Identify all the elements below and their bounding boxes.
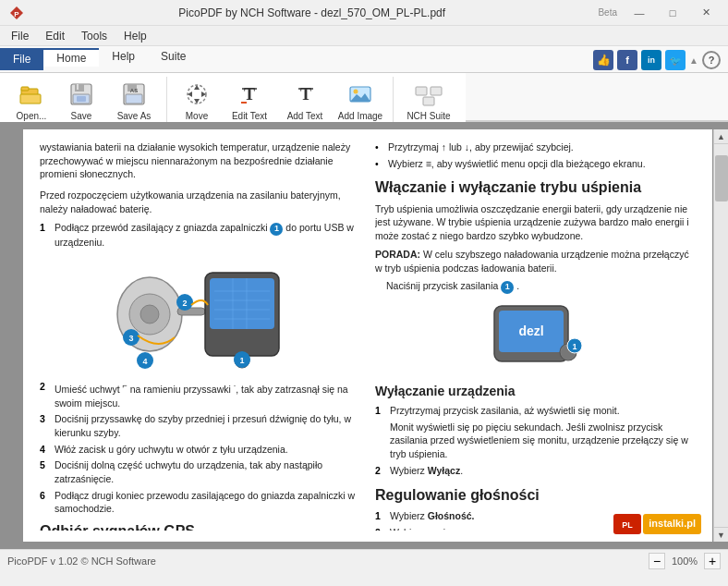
pdf-step-2: 2 Umieść uchwyt ⌐ na ramieniu przyssawki… — [40, 380, 360, 409]
ribbon-sep-1 — [166, 77, 167, 123]
edit-text-label: Edit Text — [232, 111, 267, 121]
ribbon: File Home Help Suite 👍 f in 🐦 ▲ ? — [0, 46, 728, 122]
pdf-page[interactable]: wystawiania baterii na działanie wysokic… — [23, 129, 712, 542]
sleep-tip: PORADA: W celu szybszego naładowania urz… — [375, 248, 696, 275]
open-icon — [17, 79, 46, 109]
svg-text:P: P — [14, 10, 19, 18]
scroll-up-button[interactable]: ▲ — [714, 129, 729, 144]
save-as-icon: AS — [119, 79, 149, 109]
zoom-out-button[interactable]: − — [649, 553, 665, 569]
pdf-device-image: 3 2 1 4 — [40, 254, 360, 374]
statusbar: PicoPDF v 1.02 © NCH Software − 100% + — [0, 549, 728, 571]
volume-heading: Regulowanie głośności — [375, 485, 696, 506]
pdf-step-1: 1 Podłącz przewód zasilający z gniazda z… — [40, 221, 360, 249]
svg-rect-29 — [423, 97, 434, 105]
svg-rect-3 — [21, 87, 29, 91]
svg-rect-9 — [77, 96, 86, 102]
svg-marker-15 — [194, 85, 200, 90]
pdf-step-6: 6 Podłącz drugi koniec przewodu zasilają… — [40, 489, 360, 516]
tab-help[interactable]: Help — [99, 48, 148, 65]
save-as-button[interactable]: AS Save As — [107, 76, 161, 124]
svg-rect-12 — [126, 94, 142, 104]
titlebar: P PicoPDF by NCH Software - dezl_570_OM_… — [0, 0, 728, 26]
move-button[interactable]: Move — [173, 76, 221, 124]
svg-text:1: 1 — [239, 356, 244, 365]
svg-text:4: 4 — [142, 357, 147, 366]
add-text-icon: T — [290, 79, 320, 109]
add-text-label: Add Text — [287, 111, 323, 121]
svg-point-32 — [140, 305, 159, 324]
tab-file[interactable]: File — [0, 48, 43, 70]
pdf-para-1: wystawiania baterii na działanie wysokic… — [40, 140, 360, 181]
svg-text:3: 3 — [128, 334, 133, 343]
off-step-1: 1 Przytrzymaj przycisk zasilania, aż wyś… — [375, 404, 696, 418]
watermark: PL instalki.pl — [613, 514, 701, 534]
pdf-bullet-2: • Wybierz ≡, aby wyświetlić menu opcji d… — [375, 157, 696, 171]
step-1-text: Podłącz przewód zasilający z gniazda zap… — [55, 221, 360, 249]
zoom-in-button[interactable]: + — [704, 553, 721, 569]
sleep-heading: Włączanie i wyłączanie trybu uśpienia — [375, 177, 696, 198]
sleep-para: Tryb uśpienia umożliwia oszczędzanie ene… — [375, 202, 696, 243]
menu-file[interactable]: File — [4, 28, 36, 44]
svg-marker-17 — [188, 92, 192, 97]
svg-point-25 — [354, 89, 358, 93]
pdf-para-2: Przed rozpoczęciem użytkowania urządzeni… — [40, 189, 360, 215]
edit-text-button[interactable]: T Edit Text — [223, 76, 276, 124]
open-label: Open... — [17, 111, 47, 121]
sleep-press: Naciśnij przycisk zasilania 1 . — [375, 279, 696, 293]
svg-rect-28 — [431, 87, 442, 95]
facebook-icon[interactable]: f — [617, 50, 637, 70]
pdf-step-4: 4 Włóż zacisk u góry uchwytu w otwór z t… — [40, 443, 360, 457]
svg-rect-27 — [416, 87, 427, 95]
pdf-bullet-1: • Przytrzymaj ↑ lub ↓, aby przewijać szy… — [375, 140, 696, 154]
beta-label: Beta — [598, 7, 617, 18]
svg-text:dezl: dezl — [518, 324, 543, 338]
off-note: Monit wyświetli się po pięciu sekundach.… — [375, 421, 696, 461]
move-icon — [182, 79, 212, 109]
svg-text:T: T — [244, 85, 255, 104]
nch-suite-label: NCH Suite — [406, 111, 450, 121]
app-icon: P — [7, 4, 26, 22]
svg-text:2: 2 — [182, 299, 187, 308]
add-image-icon — [346, 79, 375, 109]
off-step-2: 2 Wybierz Wyłącz. — [375, 464, 696, 478]
save-icon — [67, 79, 96, 109]
main-area: wystawiania baterii na działanie wysokic… — [0, 122, 728, 549]
save-button[interactable]: Save — [57, 76, 105, 124]
help-button[interactable]: ? — [702, 51, 721, 69]
add-image-button[interactable]: Add Image — [334, 76, 387, 124]
add-text-button[interactable]: T Add Text — [278, 76, 332, 124]
close-button[interactable]: ✕ — [691, 4, 721, 22]
svg-rect-6 — [75, 84, 84, 92]
scroll-thumb[interactable] — [715, 155, 728, 201]
instalki-logo: instalki.pl — [643, 514, 701, 533]
scroll-down-button[interactable]: ▼ — [714, 527, 729, 542]
thumbs-up-icon[interactable]: 👍 — [593, 50, 613, 70]
power-device-svg: dezl 1 — [485, 301, 587, 375]
expand-icon[interactable]: ▲ — [689, 55, 698, 66]
tab-home[interactable]: Home — [43, 48, 99, 67]
menu-help[interactable]: Help — [116, 28, 154, 44]
svg-rect-7 — [77, 84, 79, 90]
status-text: PicoPDF v 1.02 © NCH Software — [7, 555, 156, 567]
menu-tools[interactable]: Tools — [74, 28, 115, 44]
device-svg: 3 2 1 4 — [99, 254, 302, 374]
tab-suite[interactable]: Suite — [148, 48, 199, 65]
svg-rect-4 — [20, 94, 41, 104]
save-label: Save — [71, 111, 92, 121]
off-heading: Wyłączanie urządzenia — [375, 383, 696, 401]
svg-text:1: 1 — [572, 342, 576, 351]
twitter-icon[interactable]: 🐦 — [665, 50, 686, 70]
open-button[interactable]: Open... — [7, 76, 55, 124]
maximize-button[interactable]: □ — [658, 4, 687, 22]
move-label: Move — [186, 111, 208, 121]
menubar: File Edit Tools Help — [0, 26, 728, 46]
svg-rect-35 — [210, 278, 274, 329]
minimize-button[interactable]: — — [625, 4, 654, 22]
svg-text:PL: PL — [622, 520, 633, 530]
device-power-image: dezl 1 — [375, 301, 696, 375]
menu-edit[interactable]: Edit — [38, 28, 72, 44]
nch-suite-button[interactable]: NCH Suite — [399, 76, 458, 124]
add-image-label: Add Image — [338, 111, 382, 121]
linkedin-icon[interactable]: in — [641, 50, 661, 70]
